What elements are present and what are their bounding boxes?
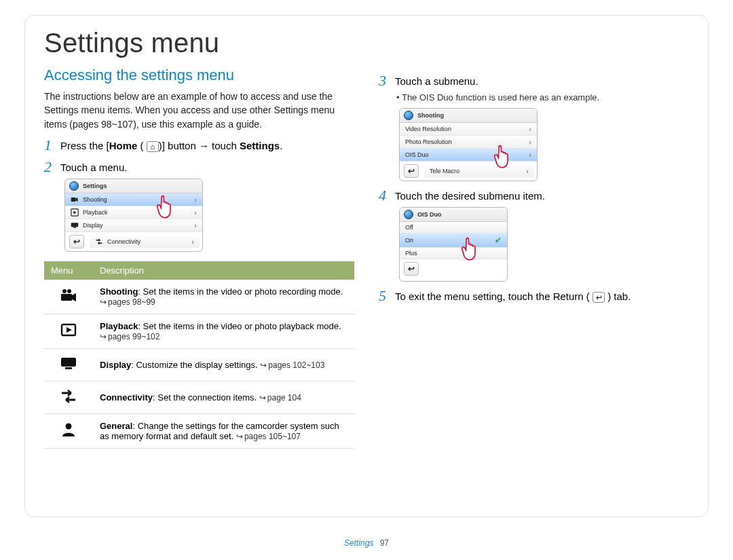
return-button[interactable]: ↩ bbox=[69, 235, 84, 248]
screenshot-c-row-plus[interactable]: Plus bbox=[400, 248, 507, 259]
row-label: Plus bbox=[405, 250, 417, 257]
footer-section: Settings bbox=[344, 538, 373, 548]
row-desc: : Customize the display settings. bbox=[131, 360, 260, 370]
screenshot-b-row-tele[interactable]: Tele Macro › bbox=[424, 165, 534, 177]
step-5-num: 5 bbox=[379, 288, 388, 303]
step-3-body: Touch a submenu. bbox=[395, 73, 478, 87]
table-desc: Display: Customize the display settings.… bbox=[93, 348, 354, 381]
row-pages: pages 98~99 bbox=[100, 297, 155, 307]
th-desc: Description bbox=[93, 261, 354, 280]
table-desc: General: Change the settings for the cam… bbox=[93, 413, 354, 448]
step-5-body: To exit the menu setting, touch the Retu… bbox=[395, 288, 631, 303]
page-title: Settings menu bbox=[44, 28, 689, 58]
row-label: Playback bbox=[83, 209, 108, 216]
chevron-right-icon: › bbox=[194, 208, 197, 217]
table-row: Playback: Set the items in the video or … bbox=[44, 314, 354, 348]
return-button[interactable]: ↩ bbox=[404, 164, 419, 178]
table-desc: Connectivity: Set the connection items. … bbox=[93, 381, 354, 413]
chevron-right-icon: › bbox=[526, 167, 529, 175]
step-1-end: . bbox=[280, 140, 282, 151]
row-label: Display bbox=[83, 222, 103, 229]
step-1-home: Home bbox=[109, 140, 138, 151]
step-1-pre: Press the [ bbox=[60, 140, 109, 151]
chevron-right-icon: › bbox=[529, 138, 531, 146]
step-4: 4 Touch the desired submenu item. bbox=[379, 188, 689, 203]
svg-point-10 bbox=[66, 424, 72, 430]
row-label: Video Resolution bbox=[405, 126, 451, 132]
row-label: On bbox=[405, 237, 413, 244]
footer-page-number: 97 bbox=[380, 538, 389, 548]
screenshot-b-row-vres[interactable]: Video Resolution › bbox=[400, 123, 537, 136]
screenshot-b-foot: ↩ Tele Macro › bbox=[400, 162, 537, 181]
chevron-right-icon: › bbox=[529, 125, 531, 133]
svg-rect-9 bbox=[65, 367, 72, 369]
row-desc: : Change the settings for the camcorder … bbox=[100, 421, 339, 441]
table-row: Connectivity: Set the connection items. … bbox=[44, 381, 354, 413]
table-row: Display: Customize the display settings.… bbox=[44, 348, 354, 381]
screenshot-a-foot: ↩ Connectivity › bbox=[65, 232, 202, 251]
table-row: General: Change the settings for the cam… bbox=[44, 413, 354, 448]
step-1-num: 1 bbox=[44, 138, 54, 153]
step-1-mid: ( bbox=[137, 140, 146, 151]
screenshot-settings: Settings Shooting › Playback › Display ›… bbox=[64, 179, 203, 252]
display-icon bbox=[59, 356, 78, 372]
row-name: Playback bbox=[100, 321, 138, 331]
screenshot-c-title: OIS Duo bbox=[417, 211, 442, 218]
step-2: 2 Touch a menu. bbox=[44, 160, 354, 174]
svg-point-4 bbox=[62, 289, 67, 293]
screenshot-shooting: Shooting Video Resolution › Photo Resolu… bbox=[399, 108, 538, 181]
connectivity-icon bbox=[95, 238, 103, 246]
step-3-num: 3 bbox=[379, 73, 388, 88]
row-desc: : Set the connection items. bbox=[153, 392, 259, 403]
svg-rect-3 bbox=[73, 227, 77, 228]
screenshot-b-header: Shooting bbox=[400, 109, 537, 123]
row-label: Photo Resolution bbox=[405, 138, 452, 145]
row-desc: : Set the items in the video or photo pl… bbox=[138, 321, 341, 331]
step-1-body: Press the [Home ( ⌂)] button → touch Set… bbox=[60, 138, 282, 152]
step-2-num: 2 bbox=[44, 160, 54, 174]
step-5-post: ) tab. bbox=[605, 291, 631, 302]
screenshot-c-row-on[interactable]: On ✔ bbox=[400, 234, 507, 248]
screenshot-c-foot: ↩ bbox=[400, 259, 507, 278]
row-label: Shooting bbox=[83, 196, 107, 203]
row-pages: page 104 bbox=[259, 393, 301, 403]
row-pages: pages 102~103 bbox=[260, 360, 324, 370]
screenshot-b-row-pres[interactable]: Photo Resolution › bbox=[400, 136, 537, 149]
right-column: 3 Touch a submenu. The OIS Duo function … bbox=[379, 67, 689, 449]
step-4-body: Touch the desired submenu item. bbox=[395, 188, 545, 202]
row-label: Off bbox=[405, 224, 413, 231]
section-heading: Accessing the settings menu bbox=[44, 67, 354, 84]
screenshot-a-title: Settings bbox=[83, 183, 107, 189]
return-button[interactable]: ↩ bbox=[404, 262, 419, 276]
step-5: 5 To exit the menu setting, touch the Re… bbox=[379, 288, 689, 303]
screenshot-b-title: Shooting bbox=[417, 112, 444, 119]
table-desc: Shooting: Set the items in the video or … bbox=[93, 280, 354, 314]
step-1: 1 Press the [Home ( ⌂)] button → touch S… bbox=[44, 138, 354, 153]
row-pages: pages 105~107 bbox=[236, 432, 301, 441]
screenshot-a-row-display[interactable]: Display › bbox=[65, 219, 202, 232]
screenshot-c-row-off[interactable]: Off bbox=[400, 222, 507, 234]
screenshot-c-header: OIS Duo bbox=[400, 208, 507, 222]
playback-icon bbox=[59, 322, 78, 338]
person-icon bbox=[59, 422, 78, 438]
screenshot-a-row-playback[interactable]: Playback › bbox=[65, 206, 202, 219]
screenshot-a-row-connectivity[interactable]: Connectivity › bbox=[90, 236, 200, 248]
svg-rect-2 bbox=[71, 223, 79, 227]
row-label: Tele Macro bbox=[430, 168, 459, 174]
row-desc: : Set the items in the video or photo re… bbox=[138, 286, 343, 297]
return-icon: ↩ bbox=[593, 292, 605, 303]
menu-description-table: Menu Description Shooting: Set the items… bbox=[44, 261, 354, 449]
table-header: Menu Description bbox=[44, 261, 354, 280]
svg-rect-8 bbox=[61, 358, 76, 367]
left-column: Accessing the settings menu The instruct… bbox=[44, 67, 354, 449]
screenshot-b-row-ois[interactable]: OIS Duo › bbox=[400, 149, 537, 162]
home-icon: ⌂ bbox=[147, 141, 159, 152]
page-frame: Settings menu Accessing the settings men… bbox=[24, 15, 709, 517]
svg-point-5 bbox=[67, 289, 71, 293]
columns: Accessing the settings menu The instruct… bbox=[44, 67, 689, 449]
table-desc: Playback: Set the items in the video or … bbox=[93, 314, 354, 348]
step-1-settings: Settings bbox=[240, 140, 280, 151]
step-3-note: The OIS Duo function is used here as an … bbox=[396, 92, 689, 102]
screenshot-a-row-shooting[interactable]: Shooting › bbox=[65, 193, 202, 206]
screenshot-a-header: Settings bbox=[65, 179, 202, 193]
